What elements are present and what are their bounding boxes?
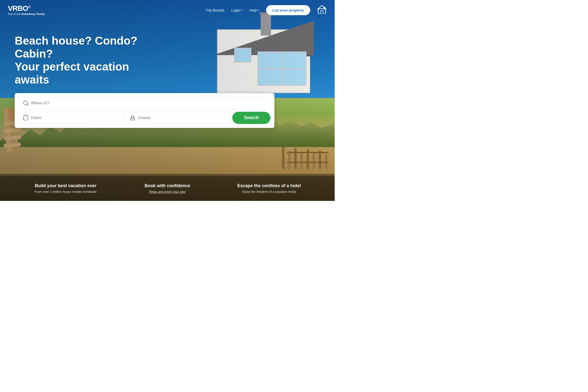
- login-caret-icon: ▾: [241, 9, 242, 12]
- info-item-3: Escape the confines of a hotel Enjoy the…: [218, 183, 320, 194]
- info-strip: Build your best vacation ever From over …: [0, 176, 335, 201]
- logo-name: VRBO: [8, 4, 28, 12]
- header: VRBO® Part of the HomeAway Family Trip B…: [0, 0, 335, 20]
- help-caret-icon: ▾: [258, 9, 259, 12]
- info-title-2: Book with confidence: [116, 183, 218, 188]
- info-sub-2[interactable]: Relax and enjoy your stay: [116, 190, 218, 194]
- guests-label: Guests: [138, 116, 150, 120]
- search-button[interactable]: Search: [232, 112, 270, 124]
- hero-headline: Beach house? Condo? Cabin? Your perfect …: [15, 34, 157, 86]
- svg-rect-0: [318, 9, 326, 14]
- info-title-1: Build your best vacation ever: [15, 183, 116, 188]
- info-title-3: Escape the confines of a hotel: [218, 183, 320, 188]
- list-property-button[interactable]: List your property: [266, 5, 310, 15]
- help-link[interactable]: Help ▾: [250, 8, 259, 12]
- destination-input[interactable]: [31, 101, 266, 105]
- search-second-row: Dates Guests Search: [18, 112, 270, 124]
- search-icon: [23, 101, 28, 106]
- house-icon: [317, 4, 327, 16]
- calendar-icon: [23, 116, 28, 120]
- login-link[interactable]: Login ▾: [231, 8, 242, 12]
- info-sub-1: From over 2 million house rentals worldw…: [15, 190, 116, 194]
- guests-field[interactable]: Guests: [126, 112, 230, 124]
- logo-registered: ®: [28, 5, 30, 9]
- info-item-2: Book with confidence Relax and enjoy you…: [116, 183, 218, 194]
- trip-boards-link[interactable]: Trip Boards: [206, 8, 224, 12]
- destination-field[interactable]: [18, 97, 270, 109]
- search-box: Dates Guests Search: [15, 93, 274, 128]
- dates-field[interactable]: Dates: [18, 112, 123, 124]
- logo-subtitle: Part of the HomeAway Family: [8, 12, 45, 16]
- logo-area: VRBO® Part of the HomeAway Family: [8, 5, 45, 16]
- svg-rect-1: [321, 11, 323, 14]
- main-nav: Trip Boards Login ▾ Help ▾ List your pro…: [206, 4, 327, 16]
- info-sub-3: Enjoy the freedom of a vacation rental: [218, 190, 320, 194]
- dates-label: Dates: [31, 116, 42, 120]
- person-icon: [130, 116, 135, 120]
- logo: VRBO®: [8, 5, 45, 12]
- info-item-1: Build your best vacation ever From over …: [15, 183, 116, 194]
